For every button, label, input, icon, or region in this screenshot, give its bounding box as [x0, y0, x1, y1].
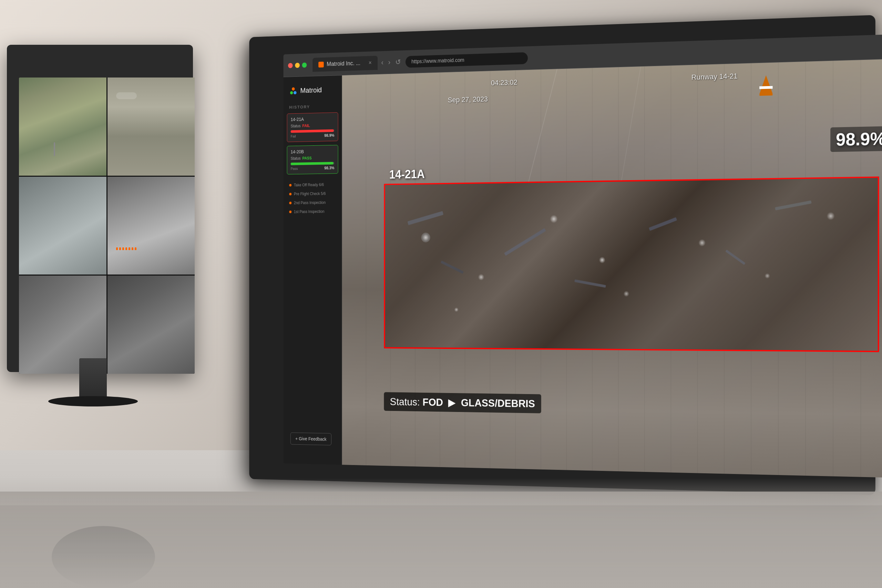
history-item-title-1: 14-21A [291, 116, 334, 122]
main-content-area: Sep 27, 2023 04:23:02 Runway 14-21 98.9%… [342, 59, 882, 478]
app-layout: Matroid HISTORY 14-21A Status FAIL [284, 59, 882, 478]
checklist-label-2: Pre Flight Check 5/6 [294, 192, 326, 196]
cone-body [759, 75, 772, 94]
history-item-title-2: 14-20B [291, 148, 334, 154]
sidebar: Matroid HISTORY 14-21A Status FAIL [284, 75, 342, 465]
status-row-1: Status FAIL [291, 123, 334, 129]
status-detail: GLASS/DEBRIS [461, 397, 535, 410]
desk-reflection [0, 478, 882, 506]
runway-cone [759, 75, 772, 96]
svg-point-2 [294, 91, 296, 94]
progress-label-row-1: Fail 98.9% [291, 133, 334, 139]
browser-tab[interactable]: Matroid Inc. ... × [312, 56, 378, 72]
history-item-1421a[interactable]: 14-21A Status FAIL Fail 98.9% [287, 112, 338, 142]
checklist-dot-1 [289, 184, 291, 186]
progress-label-row-2: Pass 98.3% [291, 166, 334, 171]
left-grid-cell-2 [108, 78, 195, 176]
checklist-section: Take Off Ready 6/6 Pre Flight Check 5/6 … [284, 180, 342, 216]
tab-favicon [318, 62, 324, 67]
left-grid-cell-6 [108, 276, 195, 374]
app-logo-text: Matroid [300, 86, 322, 95]
monitor-desk-reflection [52, 526, 155, 588]
svg-point-0 [292, 87, 295, 91]
left-grid-cell-4 [108, 177, 195, 275]
overlay-time: 04:23:02 [491, 78, 518, 87]
checklist-label-3: 2nd Pass Inspection [294, 201, 326, 205]
tab-title: Matroid Inc. ... [327, 60, 360, 68]
checklist-dot-3 [289, 202, 291, 204]
cone-stripe [759, 86, 772, 89]
sidebar-spacer [284, 216, 342, 434]
matroid-logo-icon [289, 87, 297, 95]
status-label-2: Status [291, 156, 301, 160]
history-item-1420b[interactable]: 14-20B Status PASS Pass 98.3% [287, 145, 338, 175]
left-grid-cell-3 [19, 177, 106, 275]
sidebar-logo: Matroid [284, 82, 342, 105]
back-button[interactable]: ‹ [381, 58, 384, 66]
progress-pct-pass: 98.3% [324, 166, 334, 170]
detection-bounding-box [384, 176, 879, 352]
give-feedback-button[interactable]: + Give Feedback [291, 432, 332, 446]
progress-fill-pass [291, 162, 334, 165]
status-prefix: Status: [390, 396, 420, 408]
status-value-pass-2: PASS [303, 156, 312, 160]
url-bar[interactable]: https://www.matroid.com [405, 52, 528, 68]
left-monitor-base [48, 396, 138, 406]
status-type: FOD [423, 396, 443, 408]
minimize-button[interactable] [295, 63, 300, 68]
left-grid [19, 78, 195, 374]
status-label-1: Status [291, 124, 301, 129]
left-grid-cell-1 [19, 78, 106, 176]
checklist-dot-2 [289, 193, 291, 195]
zone-label: 14-21A [389, 167, 425, 182]
forward-button[interactable]: › [388, 58, 390, 66]
progress-text-pass: Pass [291, 167, 298, 171]
browser-traffic-lights [288, 62, 307, 68]
status-value-fail-1: FAIL [303, 124, 310, 128]
maximize-button[interactable] [302, 62, 307, 68]
checklist-item-1[interactable]: Take Off Ready 6/6 [287, 180, 338, 190]
progress-bar-fail [291, 129, 334, 133]
svg-point-1 [290, 91, 293, 94]
progress-fill-fail [291, 129, 334, 133]
main-monitor-bezel: Matroid Inc. ... × ‹ › ↺ https://www.mat… [249, 15, 875, 495]
runway-background: Sep 27, 2023 04:23:02 Runway 14-21 98.9%… [342, 59, 882, 478]
progress-bar-pass [291, 162, 334, 165]
overlay-runway-label: Runway 14-21 [692, 72, 738, 82]
status-arrow: ▶ [448, 397, 456, 408]
progress-text-fail: Fail [291, 134, 296, 138]
detection-status: Status: FOD ▶ GLASS/DEBRIS [384, 392, 541, 413]
main-monitor-screen: Matroid Inc. ... × ‹ › ↺ https://www.mat… [284, 34, 882, 478]
tab-close-btn[interactable]: × [369, 60, 372, 66]
left-monitor [0, 17, 207, 500]
overlay-date: Sep 27, 2023 [448, 95, 488, 105]
checklist-item-4[interactable]: 1st Pass Inspection [287, 207, 338, 217]
checklist-label-1: Take Off Ready 6/6 [294, 183, 324, 188]
feedback-wrap: + Give Feedback [284, 432, 342, 459]
left-monitor-screen [19, 78, 195, 374]
cone-base [759, 94, 772, 96]
left-monitor-bezel [7, 45, 193, 372]
status-row-2: Status PASS [291, 155, 334, 160]
progress-pct-fail: 98.9% [324, 133, 334, 138]
confidence-score: 98.9% [830, 126, 882, 152]
checklist-dot-4 [289, 210, 291, 213]
left-monitor-stand [79, 358, 107, 400]
checklist-label-4: 1st Pass Inspection [294, 209, 324, 214]
checklist-item-3[interactable]: 2nd Pass Inspection [287, 198, 338, 208]
checklist-item-2[interactable]: Pre Flight Check 5/6 [287, 189, 338, 199]
close-button[interactable] [288, 63, 293, 68]
url-text: https://www.matroid.com [411, 57, 464, 65]
refresh-button[interactable]: ↺ [395, 58, 401, 66]
